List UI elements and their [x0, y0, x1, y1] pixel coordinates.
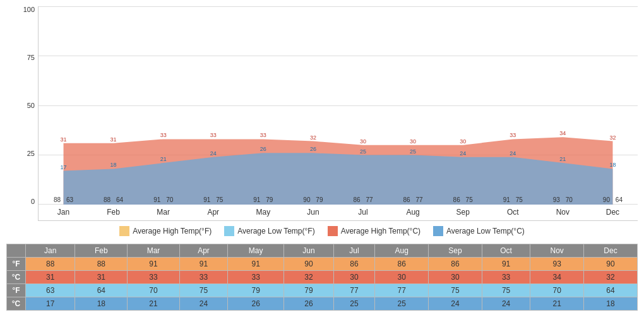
table-header: Dec: [584, 244, 638, 258]
table-header: May: [228, 244, 284, 258]
legend-swatch: [433, 226, 443, 236]
table-cell: 64: [75, 284, 128, 297]
bar-high-f: 86: [351, 196, 362, 205]
table-cell: 25: [375, 297, 429, 311]
table-cell: 70: [530, 284, 584, 297]
table-cell: 18: [75, 297, 128, 311]
x-label: Jun: [288, 205, 338, 220]
table-cell: 88: [26, 258, 75, 271]
bar-low-f: 77: [364, 196, 375, 205]
bar-value-low-f: 79: [266, 196, 273, 203]
table-cell: 30: [375, 271, 429, 284]
bar-high-f: 90: [600, 196, 612, 205]
bar-value-high-f: 91: [203, 196, 210, 203]
y-axis-label: [6, 6, 19, 221]
table-cell: 31: [26, 271, 75, 284]
month-group: 9175: [488, 196, 538, 205]
table-cell: 88: [75, 258, 128, 271]
x-label: Dec: [588, 205, 638, 220]
table-cell: 70: [128, 284, 180, 297]
table-header: Oct: [482, 244, 530, 258]
table-cell: 86: [375, 258, 429, 271]
table-cell: 33: [228, 271, 284, 284]
month-group: 8864: [88, 196, 138, 205]
bar-value-high-f: 86: [403, 196, 410, 203]
row-label: °F: [7, 258, 26, 271]
bars-area: 3131333333323030303334321718212426262525…: [38, 6, 638, 221]
table-cell: 77: [375, 284, 429, 297]
bar-high-f: 86: [451, 196, 462, 205]
bar-value-low-f: 70: [166, 196, 173, 203]
table-cell: 31: [75, 271, 128, 284]
bar-value-high-f: 90: [603, 196, 610, 203]
table-cell: 24: [179, 297, 227, 311]
table-cell: 24: [482, 297, 530, 311]
table-cell: 63: [26, 284, 75, 297]
y-tick: 0: [31, 198, 35, 205]
table-cell: 30: [333, 271, 375, 284]
table-row: °F888891919190868686919390: [7, 258, 638, 271]
bar-value-low-f: 75: [216, 196, 223, 203]
table-row: °C313133333332303030333432: [7, 271, 638, 284]
month-group: 8677: [388, 196, 438, 205]
month-group: 9179: [238, 196, 288, 205]
bar-low-f: 75: [463, 196, 475, 205]
table-cell: 75: [179, 284, 227, 297]
table-cell: 91: [482, 258, 530, 271]
table-cell: 90: [584, 258, 638, 271]
x-label: Jan: [39, 205, 88, 220]
table-header: Sep: [429, 244, 482, 258]
table-cell: 18: [584, 297, 638, 311]
bar-value-low-f: 70: [566, 196, 573, 203]
bar-value-low-f: 63: [66, 196, 73, 203]
table-cell: 24: [429, 297, 482, 311]
legend-label: Average Low Temp(°C): [446, 227, 525, 236]
table-cell: 79: [228, 284, 284, 297]
x-label: Oct: [488, 205, 538, 220]
bar-low-f: 70: [164, 196, 176, 205]
bar-high-f: 91: [251, 196, 263, 205]
table-header: Mar: [128, 244, 180, 258]
month-group: 8675: [438, 196, 488, 205]
table-cell: 25: [333, 297, 375, 311]
table-row: °C171821242626252524242118: [7, 297, 638, 311]
bar-high-f: 90: [301, 196, 313, 205]
table-cell: 75: [482, 284, 530, 297]
bar-low-f: 79: [314, 196, 325, 205]
bar-low-f: 70: [563, 196, 575, 205]
bar-value-low-f: 75: [466, 196, 473, 203]
table-header: Jun: [284, 244, 333, 258]
legend-item: Average Low Temp(°F): [224, 226, 314, 236]
bar-high-f: 88: [102, 196, 113, 205]
month-group: 8863: [39, 196, 88, 205]
bar-value-high-f: 88: [104, 196, 110, 203]
table-cell: 17: [26, 297, 75, 311]
legend-label: Average Low Temp(°F): [237, 227, 314, 236]
x-label: May: [238, 205, 288, 220]
x-label: Apr: [188, 205, 238, 220]
table-cell: 91: [128, 258, 180, 271]
x-label: Mar: [138, 205, 188, 220]
bar-low-f: 63: [64, 196, 76, 205]
bar-low-f: 75: [214, 196, 225, 205]
legend-item: Average High Temp(°C): [328, 226, 420, 236]
table-cell: 93: [530, 258, 584, 271]
data-table: JanFebMarAprMayJunJulAugSepOctNovDec°F88…: [6, 244, 638, 311]
bar-value-low-f: 64: [116, 196, 123, 203]
bar-value-low-f: 77: [416, 196, 423, 203]
bars-row: 8863886491709175917990798677867786759175…: [39, 6, 638, 205]
table-cell: 64: [584, 284, 638, 297]
y-tick: 75: [27, 54, 35, 61]
table-cell: 91: [179, 258, 227, 271]
table-cell: 90: [284, 258, 333, 271]
table-cell: 32: [284, 271, 333, 284]
bar-low-f: 79: [264, 196, 275, 205]
x-axis-labels: JanFebMarAprMayJunJulAugSepOctNovDec: [39, 205, 638, 220]
bar-value-high-f: 91: [153, 196, 160, 203]
legend-item: Average Low Temp(°C): [433, 226, 525, 236]
legend-swatch: [119, 226, 129, 236]
bar-low-f: 64: [114, 196, 126, 205]
table-cell: 26: [284, 297, 333, 311]
table-cell: 33: [128, 271, 180, 284]
bar-value-high-f: 91: [503, 196, 510, 203]
